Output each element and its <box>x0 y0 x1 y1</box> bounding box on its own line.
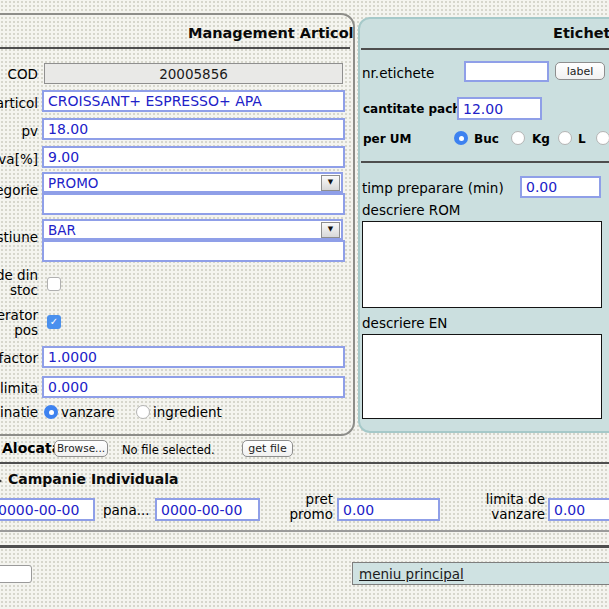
destinatie-option-ingredient-label: ingredient <box>153 405 222 420</box>
um-radio-buc[interactable] <box>454 131 468 145</box>
um-radio-extra[interactable] <box>596 131 609 145</box>
etichete-title: Etichete <box>553 25 609 41</box>
pret-promo-label: pret promo <box>270 492 333 522</box>
destinatie-option-vanzare-label: vanzare <box>61 405 115 420</box>
per-um-label: per UM <box>363 132 412 147</box>
um-option-l-label: L <box>578 132 586 147</box>
menu-link-box: meniu principal <box>352 562 609 585</box>
gestiune-selected-value: BAR <box>48 222 76 238</box>
articol-input[interactable] <box>42 90 345 112</box>
left-panel-divider <box>0 47 350 49</box>
gestiune-extra-input[interactable] <box>42 240 345 262</box>
cod-label: COD <box>0 67 38 82</box>
um-option-kg-label: Kg <box>532 132 550 147</box>
factor-label: factor <box>0 351 38 366</box>
um-option-buc-label: Buc <box>474 132 499 147</box>
limita-vanzare-input[interactable] <box>548 498 609 521</box>
label-button[interactable]: label <box>555 62 605 80</box>
timp-preparare-label: timp preparare (min) <box>362 181 504 196</box>
destinatie-label: destinatie <box>0 405 38 420</box>
categorie-select[interactable]: PROMO <box>42 172 343 193</box>
get-file-button[interactable]: get file <box>242 440 293 457</box>
divider-footer-top <box>0 545 609 548</box>
limita-input[interactable] <box>42 376 345 398</box>
um-radio-l[interactable] <box>558 131 572 145</box>
campanie-title: Campanie Individuala <box>8 471 179 487</box>
tva-label: tva[%] <box>0 152 38 167</box>
limita-vanzare-label: limita de vanzare <box>468 492 545 522</box>
factor-input[interactable] <box>42 346 345 368</box>
operator-pos-checkbox[interactable] <box>47 315 61 329</box>
divider-alocata-bottom <box>0 462 609 464</box>
pana-label: pana... <box>103 503 150 518</box>
chevron-down-icon[interactable] <box>321 222 340 238</box>
descriere-rom-textarea[interactable] <box>362 221 602 308</box>
descriere-en-label: descriere EN <box>362 316 447 331</box>
nr-etichete-input[interactable] <box>464 61 549 82</box>
cod-field <box>44 63 343 84</box>
pret-promo-input[interactable] <box>337 498 440 521</box>
gestiune-select[interactable]: BAR <box>42 219 343 240</box>
divider-campanie-bottom <box>0 530 609 532</box>
pv-label: pv <box>0 124 38 139</box>
categorie-label: categorie <box>0 183 38 198</box>
gestiune-label: gestiune <box>0 230 38 245</box>
tva-input[interactable] <box>42 146 345 168</box>
pv-input[interactable] <box>42 118 345 140</box>
limita-label: limita <box>0 381 38 396</box>
file-status-text: No file selected. <box>122 443 215 458</box>
meniu-principal-link[interactable]: meniu principal <box>359 566 464 582</box>
campanie-date-from-input[interactable] <box>0 498 95 521</box>
articol-label: articol <box>0 96 38 111</box>
destinatie-radio-vanzare[interactable] <box>44 405 58 419</box>
nr-etichete-label: nr.etichete <box>362 66 434 81</box>
disclosure-triangle-icon[interactable] <box>0 475 2 487</box>
campanie-date-to-input[interactable] <box>155 498 260 521</box>
browse-button[interactable]: Browse... <box>54 440 108 457</box>
um-radio-kg[interactable] <box>511 131 525 145</box>
chevron-down-icon[interactable] <box>321 175 340 191</box>
operator-pos-label: operator pos <box>0 308 38 338</box>
cantitate-pachet-input[interactable] <box>457 97 542 120</box>
categorie-extra-input[interactable] <box>42 193 345 215</box>
destinatie-radio-ingredient[interactable] <box>136 405 150 419</box>
categorie-selected-value: PROMO <box>48 175 98 191</box>
descriere-en-textarea[interactable] <box>362 334 602 419</box>
descriere-rom-label: descriere ROM <box>362 203 460 218</box>
scade-din-stoc-label: scade din stoc <box>0 268 38 298</box>
management-articol-title: Management Articol <box>188 25 354 41</box>
footer-cut-input[interactable] <box>0 565 32 583</box>
etichete-divider-mid <box>361 161 609 163</box>
scade-din-stoc-checkbox[interactable] <box>47 277 61 291</box>
timp-preparare-input[interactable] <box>520 176 601 198</box>
article-management-screen: Management Articol COD articol pv tva[%]… <box>0 0 609 609</box>
alocata-label: Alocata <box>2 441 61 456</box>
etichete-divider-top <box>361 48 609 50</box>
